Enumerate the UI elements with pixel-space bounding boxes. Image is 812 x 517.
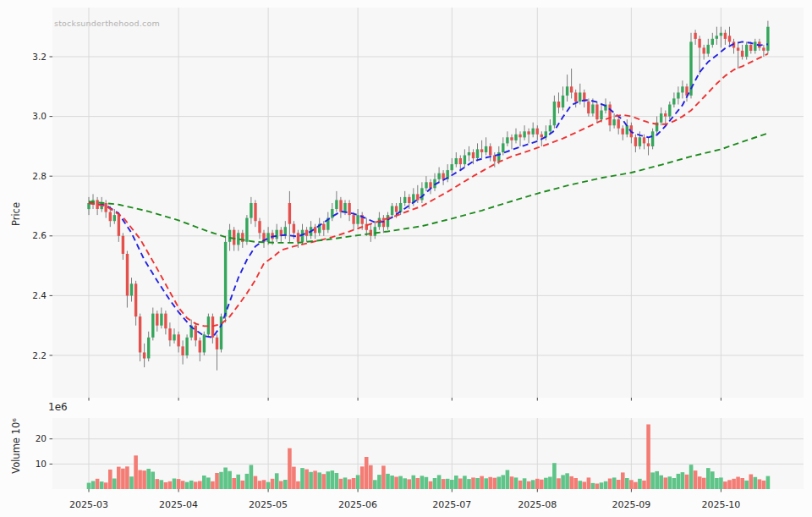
volume-bar: [254, 476, 258, 489]
volume-bar: [442, 479, 446, 489]
candle-down: [168, 328, 171, 340]
candle-up: [549, 125, 551, 131]
candle-up: [151, 314, 154, 338]
volume-bar: [668, 476, 672, 489]
volume-bar: [403, 478, 407, 489]
volume-bar: [744, 481, 749, 489]
candle-up: [343, 203, 346, 212]
candle-down: [164, 314, 167, 329]
volume-bar: [125, 466, 129, 489]
candle-down: [395, 206, 398, 212]
volume-bar: [573, 478, 578, 489]
candle-up: [335, 200, 337, 209]
volume-bar: [698, 476, 702, 489]
candle-down: [749, 45, 752, 51]
volume-bar: [331, 470, 335, 489]
candle-up: [485, 146, 487, 152]
volume-bar: [706, 468, 710, 489]
candle-down: [122, 236, 124, 254]
volume-bar: [87, 483, 91, 489]
candle-down: [518, 135, 521, 138]
candle-down: [442, 173, 444, 179]
volume-bar: [736, 477, 740, 490]
volume-bar: [749, 475, 754, 490]
candle-up: [203, 334, 206, 352]
volume-bar: [548, 477, 552, 490]
volume-bar: [121, 469, 125, 489]
candle-up: [451, 164, 453, 170]
volume-bar: [262, 480, 266, 489]
candle-up: [220, 316, 222, 349]
volume-bar: [655, 471, 659, 489]
candle-up: [660, 113, 662, 123]
volume-bar: [215, 473, 219, 489]
candle-down: [643, 137, 645, 143]
date-tick-label: 2025-08: [518, 499, 557, 510]
volume-bar: [642, 481, 646, 489]
volume-bar: [283, 480, 288, 489]
candle-up: [711, 39, 714, 45]
candle-up: [228, 230, 231, 242]
candle-up: [455, 158, 458, 164]
volume-bar: [321, 474, 326, 489]
candle-up: [766, 27, 769, 51]
price-axis-label: Price: [10, 202, 22, 226]
date-tick-label: 2025-04: [159, 499, 198, 510]
candle-up: [374, 227, 376, 236]
candle-down: [297, 233, 299, 242]
price-tick-label: 2.6: [32, 230, 47, 240]
volume-bar: [304, 470, 309, 489]
candle-down: [527, 131, 529, 135]
volume-bar: [138, 470, 142, 490]
volume-bar: [211, 481, 215, 489]
volume-bar: [194, 481, 198, 489]
volume-tick-label: 10: [36, 459, 47, 469]
volume-bar: [91, 481, 96, 490]
candle-up: [672, 98, 675, 104]
candle-up: [250, 203, 252, 218]
candle-up: [677, 92, 679, 98]
candle-down: [216, 338, 218, 349]
candle-up: [600, 111, 602, 120]
volume-bar: [335, 473, 339, 489]
candle-down: [489, 146, 491, 156]
candle-down: [480, 149, 483, 152]
candle-up: [147, 338, 150, 359]
candle-down: [762, 47, 765, 51]
candle-up: [553, 102, 556, 125]
candle-down: [617, 119, 620, 129]
volume-bar: [369, 465, 373, 489]
volume-bar: [531, 480, 535, 489]
candle-up: [356, 215, 359, 224]
volume-bar: [514, 477, 518, 489]
volume-bar: [168, 481, 173, 489]
candle-up: [681, 86, 683, 92]
candle-down: [472, 152, 475, 158]
volume-bar: [317, 472, 321, 489]
volume-bar: [689, 465, 694, 489]
volume-bar: [296, 481, 300, 489]
volume-bar: [390, 476, 394, 489]
price-tick-label: 2.4: [32, 290, 47, 300]
date-tick-label: 2025-03: [69, 499, 108, 510]
candle-down: [622, 129, 624, 135]
volume-bar: [236, 475, 240, 489]
volume-bar: [219, 472, 223, 489]
volume-bar: [634, 482, 638, 489]
volume-bar: [300, 468, 304, 489]
volume-bar: [523, 478, 527, 489]
candle-up: [173, 334, 175, 340]
volume-bar: [510, 476, 514, 489]
candlestick-volume-chart: 3.23.02.82.62.42.220102025-032025-042025…: [0, 0, 812, 517]
price-tick-label: 3.0: [32, 111, 47, 121]
volume-bar: [621, 472, 625, 489]
volume-bar: [617, 480, 621, 489]
volume-bar: [450, 480, 454, 489]
volume-bar: [185, 482, 189, 489]
candle-down: [429, 182, 431, 188]
candle-up: [566, 86, 568, 96]
volume-bar: [198, 481, 202, 490]
volume-bar: [591, 483, 595, 489]
candle-down: [199, 340, 201, 352]
candle-up: [185, 338, 188, 355]
